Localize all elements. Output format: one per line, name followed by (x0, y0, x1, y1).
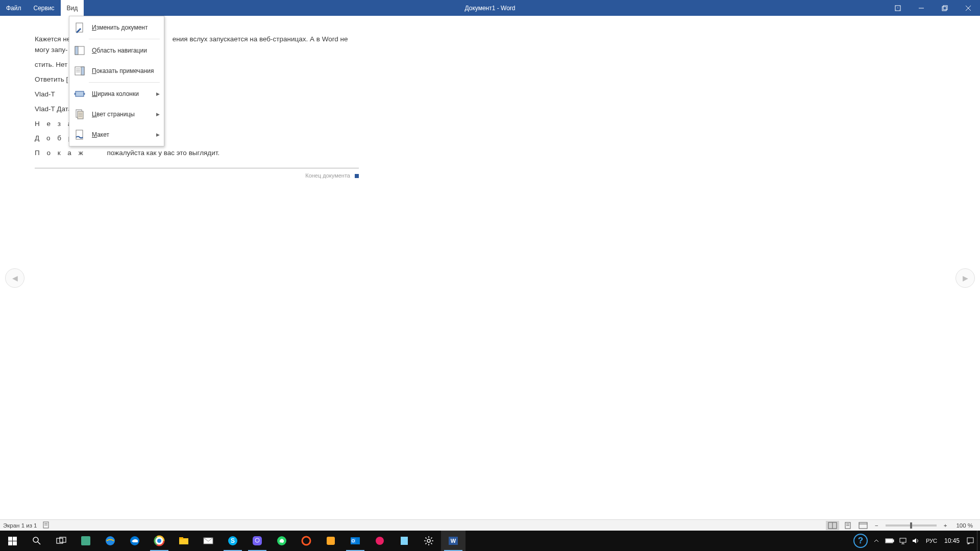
clock[interactable]: 10:45 (940, 537, 964, 544)
maximize-icon[interactable] (933, 0, 957, 16)
start-button[interactable] (0, 531, 24, 551)
navigation-pane-icon (72, 43, 87, 58)
dd-separator (89, 39, 160, 39)
zoom-slider[interactable] (886, 524, 937, 527)
view-print-layout[interactable] (841, 521, 854, 530)
next-page-button[interactable]: ▶ (955, 268, 975, 288)
dd-show-comments[interactable]: Показать примечания (69, 61, 164, 81)
svg-rect-39 (81, 536, 90, 545)
minimize-icon[interactable] (910, 0, 933, 16)
page-icon[interactable] (42, 521, 50, 530)
close-icon[interactable] (957, 0, 980, 16)
svg-text:W: W (451, 538, 456, 544)
action-center-icon[interactable] (964, 531, 977, 551)
svg-rect-10 (81, 67, 84, 75)
taskbar-app-2[interactable] (294, 531, 318, 551)
svg-rect-66 (893, 540, 894, 542)
svg-point-55 (302, 537, 310, 545)
taskbar-mail[interactable] (196, 531, 220, 551)
svg-rect-61 (401, 537, 408, 545)
show-comments-icon (72, 64, 87, 78)
svg-rect-33 (8, 541, 12, 545)
doc-text: пожалуйста как у вас это выглядит. (107, 149, 219, 157)
taskbar-word[interactable]: W (441, 531, 465, 551)
taskbar-ie[interactable] (98, 531, 122, 551)
doc-end-label: Конец документа (305, 172, 350, 179)
window-controls (886, 0, 980, 16)
task-view-button[interactable] (49, 531, 74, 551)
edit-document-icon (72, 20, 87, 35)
prev-page-button[interactable]: ◀ (5, 268, 24, 288)
chevron-left-icon: ◀ (12, 274, 18, 282)
taskbar-whatsapp[interactable] (270, 531, 294, 551)
svg-rect-32 (13, 537, 17, 541)
dd-label: Изменить документ (92, 24, 148, 31)
menu-tools[interactable]: Сервис (28, 0, 61, 16)
taskbar-edge[interactable] (122, 531, 147, 551)
taskbar-chrome[interactable] (147, 531, 172, 551)
chevron-right-icon: ▶ (963, 274, 968, 282)
dd-label: Ширина колонки (92, 90, 139, 97)
svg-rect-8 (75, 46, 78, 55)
svg-rect-71 (967, 538, 973, 543)
svg-rect-3 (943, 6, 947, 10)
svg-line-36 (38, 542, 40, 544)
svg-rect-67 (886, 539, 892, 542)
dd-layout[interactable]: Макет ▶ (69, 124, 164, 145)
document-divider (35, 168, 359, 168)
view-read-mode[interactable] (826, 521, 839, 530)
zoom-level[interactable]: 100 % (952, 522, 977, 529)
svg-text:S: S (231, 537, 235, 544)
tray-chevron-up-icon[interactable] (870, 531, 883, 551)
doc-text: Кажется не (35, 35, 70, 43)
dd-page-color[interactable]: Цвет страницы ▶ (69, 104, 164, 124)
fullscreen-icon[interactable] (886, 0, 910, 16)
language-indicator[interactable]: РУС (923, 538, 940, 544)
dd-navigation-pane[interactable]: Область навигации (69, 40, 164, 61)
taskbar-skype[interactable]: S (220, 531, 245, 551)
taskbar: S O W ? РУС 10:45 (0, 531, 980, 551)
view-web-layout[interactable] (856, 521, 870, 530)
svg-rect-56 (327, 537, 335, 545)
svg-rect-29 (859, 522, 867, 529)
dd-label: Область навигации (92, 47, 147, 54)
svg-rect-14 (76, 91, 84, 96)
taskbar-outlook[interactable]: O (343, 531, 368, 551)
taskbar-settings[interactable] (416, 531, 441, 551)
taskbar-app-1[interactable] (74, 531, 98, 551)
taskbar-app-4[interactable] (368, 531, 392, 551)
page-indicator[interactable]: Экран 1 из 1 (3, 522, 37, 529)
tray-network-icon[interactable] (896, 531, 910, 551)
menu-view[interactable]: Вид (61, 0, 84, 16)
doc-line: П о к а ж пожалуйста как у вас это выгля… (35, 148, 359, 159)
document-end-marker: Конец документа (35, 171, 359, 180)
column-width-icon (72, 87, 87, 101)
layout-icon (72, 128, 87, 142)
tray-volume-icon[interactable] (910, 531, 923, 551)
svg-point-60 (376, 537, 384, 545)
svg-rect-68 (900, 538, 906, 542)
svg-point-46 (157, 539, 161, 543)
svg-rect-2 (942, 7, 946, 11)
dd-column-width[interactable]: Ширина колонки ▶ (69, 84, 164, 104)
svg-point-62 (427, 539, 430, 542)
taskbar-notes[interactable] (392, 531, 416, 551)
search-button[interactable] (24, 531, 49, 551)
zoom-out[interactable]: − (872, 522, 881, 529)
statusbar: Экран 1 из 1 − + 100 % (0, 519, 980, 531)
taskbar-app-3[interactable] (318, 531, 343, 551)
svg-rect-34 (13, 541, 17, 545)
tray-battery-icon[interactable] (883, 531, 896, 551)
svg-text:O: O (351, 538, 355, 543)
window-title: Документ1 - Word (464, 5, 515, 12)
taskbar-viber[interactable] (245, 531, 270, 551)
dd-edit-document[interactable]: Изменить документ (69, 17, 164, 38)
end-square-icon (355, 174, 359, 178)
taskbar-explorer[interactable] (172, 531, 196, 551)
help-button[interactable]: ? (853, 534, 868, 548)
menu-file[interactable]: Файл (0, 0, 28, 16)
page-color-icon (72, 107, 87, 121)
show-desktop[interactable] (977, 531, 980, 551)
chevron-right-icon: ▶ (156, 91, 160, 96)
zoom-in[interactable]: + (941, 522, 950, 529)
